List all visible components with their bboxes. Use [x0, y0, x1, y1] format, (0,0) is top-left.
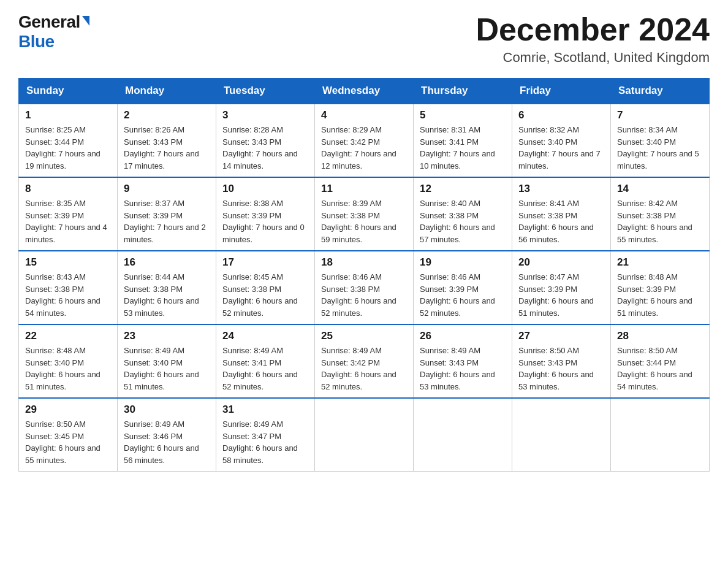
- week-row-3: 15Sunrise: 8:43 AMSunset: 3:38 PMDayligh…: [19, 251, 710, 324]
- day-number: 22: [25, 330, 111, 342]
- day-info: Sunrise: 8:37 AMSunset: 3:39 PMDaylight:…: [124, 197, 210, 245]
- day-number: 1: [25, 109, 111, 121]
- day-cell-18: 18Sunrise: 8:46 AMSunset: 3:38 PMDayligh…: [315, 251, 414, 324]
- day-cell-16: 16Sunrise: 8:44 AMSunset: 3:38 PMDayligh…: [118, 251, 216, 324]
- day-number: 31: [222, 404, 308, 416]
- day-cell-4: 4Sunrise: 8:29 AMSunset: 3:42 PMDaylight…: [315, 104, 414, 177]
- col-header-sunday: Sunday: [19, 79, 118, 104]
- day-number: 4: [321, 109, 407, 121]
- day-number: 13: [518, 183, 604, 195]
- day-info: Sunrise: 8:45 AMSunset: 3:38 PMDaylight:…: [222, 271, 308, 319]
- page-header: General Blue December 2024 Comrie, Scotl…: [18, 12, 710, 66]
- week-row-1: 1Sunrise: 8:25 AMSunset: 3:44 PMDaylight…: [19, 104, 710, 177]
- day-number: 24: [222, 330, 308, 342]
- day-info: Sunrise: 8:25 AMSunset: 3:44 PMDaylight:…: [25, 124, 111, 172]
- day-cell-7: 7Sunrise: 8:34 AMSunset: 3:40 PMDaylight…: [611, 104, 710, 177]
- day-info: Sunrise: 8:34 AMSunset: 3:40 PMDaylight:…: [617, 124, 703, 172]
- empty-cell: [512, 398, 611, 472]
- day-cell-17: 17Sunrise: 8:45 AMSunset: 3:38 PMDayligh…: [216, 251, 315, 324]
- day-info: Sunrise: 8:29 AMSunset: 3:42 PMDaylight:…: [321, 124, 407, 172]
- day-info: Sunrise: 8:31 AMSunset: 3:41 PMDaylight:…: [420, 124, 506, 172]
- day-number: 30: [124, 404, 210, 416]
- day-info: Sunrise: 8:42 AMSunset: 3:38 PMDaylight:…: [617, 197, 703, 245]
- logo-general-text: General: [18, 12, 80, 32]
- day-number: 14: [617, 183, 703, 195]
- day-cell-27: 27Sunrise: 8:50 AMSunset: 3:43 PMDayligh…: [512, 324, 611, 398]
- day-number: 23: [124, 330, 210, 342]
- empty-cell: [315, 398, 414, 472]
- day-info: Sunrise: 8:39 AMSunset: 3:38 PMDaylight:…: [321, 197, 407, 245]
- day-cell-15: 15Sunrise: 8:43 AMSunset: 3:38 PMDayligh…: [19, 251, 118, 324]
- day-cell-11: 11Sunrise: 8:39 AMSunset: 3:38 PMDayligh…: [315, 177, 414, 251]
- day-cell-25: 25Sunrise: 8:49 AMSunset: 3:42 PMDayligh…: [315, 324, 414, 398]
- day-number: 15: [25, 256, 111, 269]
- day-cell-28: 28Sunrise: 8:50 AMSunset: 3:44 PMDayligh…: [611, 324, 710, 398]
- day-cell-9: 9Sunrise: 8:37 AMSunset: 3:39 PMDaylight…: [118, 177, 216, 251]
- day-number: 29: [25, 404, 111, 416]
- day-number: 8: [25, 183, 111, 195]
- week-row-5: 29Sunrise: 8:50 AMSunset: 3:45 PMDayligh…: [19, 398, 710, 472]
- day-number: 20: [518, 256, 604, 269]
- col-header-friday: Friday: [512, 79, 611, 104]
- day-number: 27: [518, 330, 604, 342]
- day-info: Sunrise: 8:46 AMSunset: 3:39 PMDaylight:…: [420, 271, 506, 319]
- day-info: Sunrise: 8:49 AMSunset: 3:42 PMDaylight:…: [321, 345, 407, 393]
- day-cell-31: 31Sunrise: 8:49 AMSunset: 3:47 PMDayligh…: [216, 398, 315, 472]
- day-cell-29: 29Sunrise: 8:50 AMSunset: 3:45 PMDayligh…: [19, 398, 118, 472]
- day-info: Sunrise: 8:41 AMSunset: 3:38 PMDaylight:…: [518, 197, 604, 245]
- day-number: 10: [222, 183, 308, 195]
- day-number: 18: [321, 256, 407, 269]
- day-info: Sunrise: 8:49 AMSunset: 3:40 PMDaylight:…: [124, 345, 210, 393]
- day-number: 28: [617, 330, 703, 342]
- col-header-thursday: Thursday: [414, 79, 512, 104]
- calendar-table: SundayMondayTuesdayWednesdayThursdayFrid…: [18, 78, 710, 472]
- month-title: December 2024: [476, 12, 710, 47]
- day-number: 21: [617, 256, 703, 269]
- col-header-tuesday: Tuesday: [216, 79, 315, 104]
- calendar-header-row: SundayMondayTuesdayWednesdayThursdayFrid…: [19, 79, 710, 104]
- col-header-saturday: Saturday: [611, 79, 710, 104]
- day-number: 2: [124, 109, 210, 121]
- day-cell-3: 3Sunrise: 8:28 AMSunset: 3:43 PMDaylight…: [216, 104, 315, 177]
- day-number: 17: [222, 256, 308, 269]
- day-info: Sunrise: 8:49 AMSunset: 3:46 PMDaylight:…: [124, 418, 210, 466]
- week-row-2: 8Sunrise: 8:35 AMSunset: 3:39 PMDaylight…: [19, 177, 710, 251]
- day-number: 25: [321, 330, 407, 342]
- day-cell-21: 21Sunrise: 8:48 AMSunset: 3:39 PMDayligh…: [611, 251, 710, 324]
- day-cell-20: 20Sunrise: 8:47 AMSunset: 3:39 PMDayligh…: [512, 251, 611, 324]
- empty-cell: [414, 398, 512, 472]
- day-cell-5: 5Sunrise: 8:31 AMSunset: 3:41 PMDaylight…: [414, 104, 512, 177]
- day-info: Sunrise: 8:46 AMSunset: 3:38 PMDaylight:…: [321, 271, 407, 319]
- day-info: Sunrise: 8:40 AMSunset: 3:38 PMDaylight:…: [420, 197, 506, 245]
- col-header-monday: Monday: [118, 79, 216, 104]
- day-cell-13: 13Sunrise: 8:41 AMSunset: 3:38 PMDayligh…: [512, 177, 611, 251]
- day-cell-26: 26Sunrise: 8:49 AMSunset: 3:43 PMDayligh…: [414, 324, 512, 398]
- logo-arrow-icon: [82, 16, 89, 26]
- location-subtitle: Comrie, Scotland, United Kingdom: [476, 50, 710, 66]
- day-info: Sunrise: 8:43 AMSunset: 3:38 PMDaylight:…: [25, 271, 111, 319]
- day-info: Sunrise: 8:28 AMSunset: 3:43 PMDaylight:…: [222, 124, 308, 172]
- day-info: Sunrise: 8:50 AMSunset: 3:44 PMDaylight:…: [617, 345, 703, 393]
- day-cell-30: 30Sunrise: 8:49 AMSunset: 3:46 PMDayligh…: [118, 398, 216, 472]
- day-info: Sunrise: 8:48 AMSunset: 3:40 PMDaylight:…: [25, 345, 111, 393]
- day-number: 9: [124, 183, 210, 195]
- day-cell-22: 22Sunrise: 8:48 AMSunset: 3:40 PMDayligh…: [19, 324, 118, 398]
- day-info: Sunrise: 8:48 AMSunset: 3:39 PMDaylight:…: [617, 271, 703, 319]
- day-info: Sunrise: 8:44 AMSunset: 3:38 PMDaylight:…: [124, 271, 210, 319]
- day-cell-10: 10Sunrise: 8:38 AMSunset: 3:39 PMDayligh…: [216, 177, 315, 251]
- day-number: 11: [321, 183, 407, 195]
- title-area: December 2024 Comrie, Scotland, United K…: [476, 12, 710, 66]
- day-info: Sunrise: 8:47 AMSunset: 3:39 PMDaylight:…: [518, 271, 604, 319]
- day-cell-23: 23Sunrise: 8:49 AMSunset: 3:40 PMDayligh…: [118, 324, 216, 398]
- day-info: Sunrise: 8:49 AMSunset: 3:43 PMDaylight:…: [420, 345, 506, 393]
- day-number: 5: [420, 109, 506, 121]
- day-cell-8: 8Sunrise: 8:35 AMSunset: 3:39 PMDaylight…: [19, 177, 118, 251]
- day-cell-24: 24Sunrise: 8:49 AMSunset: 3:41 PMDayligh…: [216, 324, 315, 398]
- empty-cell: [611, 398, 710, 472]
- logo-blue-text: Blue: [18, 32, 55, 52]
- day-number: 7: [617, 109, 703, 121]
- day-cell-14: 14Sunrise: 8:42 AMSunset: 3:38 PMDayligh…: [611, 177, 710, 251]
- col-header-wednesday: Wednesday: [315, 79, 414, 104]
- day-number: 19: [420, 256, 506, 269]
- day-info: Sunrise: 8:32 AMSunset: 3:40 PMDaylight:…: [518, 124, 604, 172]
